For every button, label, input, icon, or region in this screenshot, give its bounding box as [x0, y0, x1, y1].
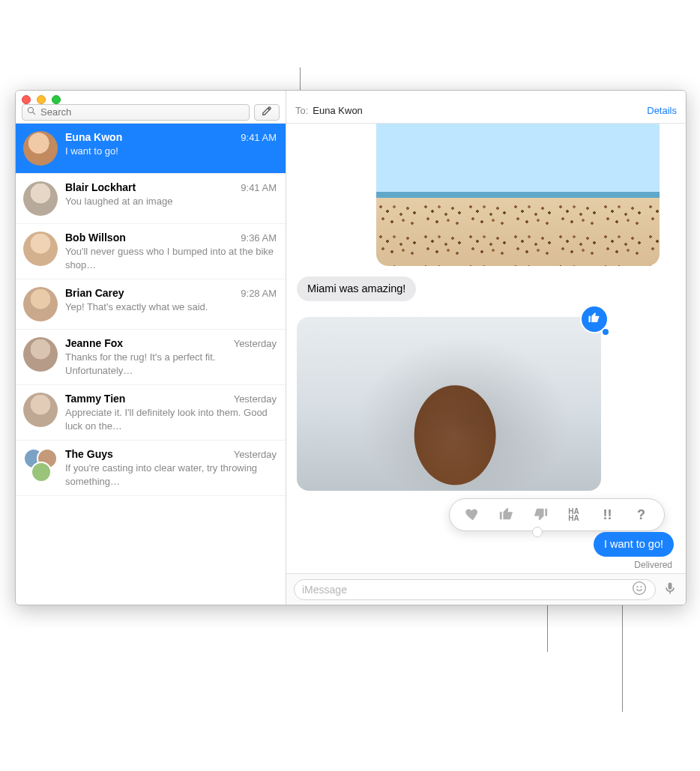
window-titlebar — [16, 91, 686, 106]
window-close-button[interactable] — [22, 95, 31, 104]
svg-point-1 — [637, 586, 639, 587]
avatar — [23, 131, 58, 166]
tapback-exclaim[interactable]: !! — [596, 503, 620, 527]
tapback-thumbs-up[interactable] — [495, 503, 519, 527]
conversation-preview: I want to go! — [65, 145, 277, 158]
conversation-name: Euna Kwon — [65, 131, 235, 143]
conversation-list: Euna Kwon 9:41 AM I want to go! Blair Lo… — [16, 124, 286, 605]
conversation-preview: If you're casting into clear water, try … — [65, 462, 277, 488]
conversation-row[interactable]: Jeanne Fox Yesterday Thanks for the rug!… — [16, 330, 286, 385]
tapback-haha[interactable]: HA HA — [562, 503, 586, 527]
conversation-row[interactable]: Bob Willson 9:36 AM You'll never guess w… — [16, 224, 286, 279]
message-thread[interactable]: Miami was amazing! HA HA — [286, 124, 686, 573]
conversation-row[interactable]: The Guys Yesterday If you're casting int… — [16, 441, 286, 496]
avatar — [23, 287, 58, 321]
tapback-question[interactable]: ? — [630, 503, 654, 527]
conversation-name: The Guys — [65, 448, 228, 460]
heart-icon — [465, 506, 481, 524]
conversation-time: 9:41 AM — [241, 182, 277, 193]
compose-bar — [286, 573, 686, 605]
conversation-row[interactable]: Blair Lockhart 9:41 AM You laughed at an… — [16, 174, 286, 224]
incoming-image-message[interactable] — [297, 317, 601, 491]
conversation-name: Jeanne Fox — [65, 337, 228, 349]
microphone-button[interactable] — [662, 581, 678, 598]
conversation-time: 9:36 AM — [241, 232, 277, 244]
to-label: To: — [295, 105, 308, 116]
conversation-time: 9:28 AM — [241, 288, 277, 299]
conversation-row[interactable]: Tammy Tien Yesterday Appreciate it. I'll… — [16, 385, 286, 441]
conversation-time: Yesterday — [234, 338, 277, 349]
conversation-row[interactable]: Euna Kwon 9:41 AM I want to go! — [16, 124, 286, 174]
svg-point-2 — [641, 586, 642, 587]
incoming-image-message[interactable] — [376, 124, 660, 266]
message-text: I want to go! — [604, 538, 663, 550]
emoji-button[interactable] — [631, 581, 648, 598]
tapback-picker: HA HA !! ? — [449, 498, 665, 531]
conversation-sidebar: Euna Kwon 9:41 AM I want to go! Blair Lo… — [16, 91, 286, 605]
avatar — [23, 337, 58, 372]
conversation-time: Yesterday — [234, 393, 277, 405]
thumbs-up-icon — [588, 311, 601, 327]
tapback-thumbs-down[interactable] — [528, 503, 552, 527]
conversation-pane: To: Euna Kwon Details Miami was amazing! — [286, 91, 686, 605]
conversation-preview: Thanks for the rug! It's a perfect fit. … — [65, 351, 277, 377]
conversation-preview: You laughed at an image — [65, 195, 277, 208]
group-avatar — [23, 448, 58, 483]
svg-point-0 — [633, 581, 646, 594]
conversation-preview: You'll never guess who I bumped into at … — [65, 245, 277, 271]
thumbs-up-icon — [498, 506, 515, 524]
compose-icon — [262, 106, 272, 118]
details-button[interactable]: Details — [647, 105, 677, 116]
compose-field[interactable] — [294, 579, 656, 600]
exclaim-label: !! — [603, 507, 612, 523]
tapback-like-badge[interactable] — [582, 306, 607, 332]
conversation-time: Yesterday — [234, 449, 277, 460]
question-label: ? — [637, 507, 645, 523]
search-field[interactable] — [22, 104, 250, 121]
compose-input[interactable] — [302, 584, 627, 596]
message-text: Miami was amazing! — [307, 282, 405, 294]
conversation-name: Bob Willson — [65, 232, 235, 244]
thumbs-down-icon — [532, 506, 549, 524]
window-zoom-button[interactable] — [52, 95, 61, 104]
outgoing-text-message[interactable]: I want to go! — [594, 532, 674, 557]
smiley-icon — [632, 581, 647, 599]
conversation-name: Brian Carey — [65, 287, 235, 299]
avatar — [23, 393, 58, 427]
conversation-name: Tammy Tien — [65, 393, 228, 405]
search-input[interactable] — [40, 106, 244, 118]
incoming-text-message[interactable]: Miami was amazing! — [297, 276, 416, 301]
microphone-icon — [663, 581, 678, 599]
conversation-preview: Appreciate it. I'll definitely look into… — [65, 406, 277, 432]
messages-window: Euna Kwon 9:41 AM I want to go! Blair Lo… — [15, 90, 687, 605]
conversation-row[interactable]: Brian Carey 9:28 AM Yep! That's exactly … — [16, 279, 286, 330]
window-minimize-button[interactable] — [37, 95, 46, 104]
haha-label: HA HA — [568, 508, 579, 521]
avatar — [23, 181, 58, 216]
search-icon — [27, 106, 36, 118]
delivery-status: Delivered — [634, 560, 672, 570]
conversation-name: Blair Lockhart — [65, 181, 235, 193]
compose-button[interactable] — [254, 104, 280, 121]
to-recipient[interactable]: Euna Kwon — [313, 105, 363, 116]
avatar — [23, 232, 58, 266]
conversation-preview: Yep! That's exactly what we said. — [65, 300, 277, 314]
tapback-heart[interactable] — [461, 503, 485, 527]
conversation-time: 9:41 AM — [241, 132, 277, 143]
